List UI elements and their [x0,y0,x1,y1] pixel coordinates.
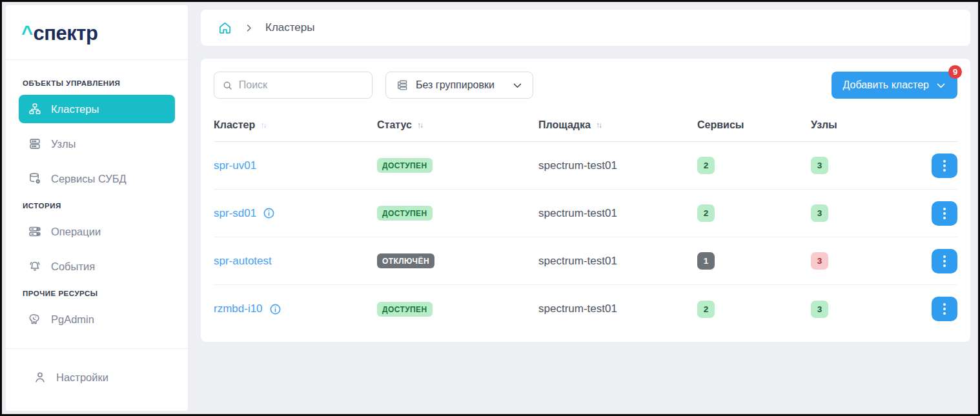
chevron-down-icon [512,80,523,91]
status-badge: ДОСТУПЕН [377,302,433,317]
section-title-other-resources: ПРОЧИЕ РЕСУРСЫ [23,290,171,297]
sort-icon[interactable]: ↑↓ [260,121,267,130]
services-count-badge: 2 [697,204,715,222]
sidebar: ^спектр ОБЪЕКТЫ УПРАВЛЕНИЯ Кластеры [6,5,188,411]
nodes-count-badge: 3 [811,204,828,222]
site-value: spectrum-test01 [538,159,617,172]
clusters-card: Без группировки Добавить кластер 9 [201,59,970,342]
add-cluster-button[interactable]: Добавить кластер 9 [832,72,957,99]
sidebar-item-label: Кластеры [51,103,99,115]
sidebar-item-label: Сервисы СУБД [51,173,127,185]
brand-name: спектр [34,22,98,45]
sidebar-item-nodes[interactable]: Узлы [19,130,175,158]
status-badge: ДОСТУПЕН [377,206,433,221]
sidebar-item-label: PgAdmin [51,313,94,326]
info-icon[interactable] [263,207,275,219]
notification-badge: 9 [948,65,962,79]
sidebar-footer: Настройки [6,349,188,411]
table-row: spr-autotest ОТКЛЮЧЁН spectrum-test01 1 … [214,237,957,285]
row-actions-button[interactable] [932,297,957,321]
kebab-icon [943,255,946,258]
sidebar-item-operations[interactable]: Операции [19,217,175,246]
sidebar-item-pgadmin[interactable]: PgAdmin [19,305,175,333]
grouping-selected-value: Без группировки [416,79,495,91]
nodes-count-badge: 3 [811,252,828,270]
breadcrumb-current-page: Кластеры [265,21,315,34]
events-icon [28,259,42,273]
sidebar-item-settings[interactable]: Настройки [19,363,175,391]
sidebar-item-label: Настройки [56,371,108,384]
table-row: spr-sd01 ДОСТУПЕН spectrum-test01 2 3 [214,190,957,237]
grouping-icon [396,79,409,92]
chevron-right-icon [244,23,254,33]
kebab-icon [943,303,946,306]
brand-logo: ^спектр [6,5,188,59]
site-value: spectrum-test01 [538,302,617,315]
nodes-count-badge: 3 [811,157,828,174]
sidebar-item-dbms-services[interactable]: Сервисы СУБД [19,164,175,193]
sidebar-item-label: Узлы [51,138,76,150]
sidebar-item-events[interactable]: События [19,252,175,281]
main-content: Кластеры [201,10,970,414]
cluster-link[interactable]: spr-uv01 [214,159,256,172]
services-count-badge: 2 [697,301,715,318]
status-badge: ОТКЛЮЧЁН [377,253,434,268]
cluster-link[interactable]: spr-sd01 [214,207,256,220]
status-badge: ДОСТУПЕН [377,158,433,173]
operations-icon [28,224,42,239]
add-cluster-label: Добавить кластер [842,79,929,91]
kebab-icon [943,208,946,210]
sort-icon[interactable]: ↑↓ [596,121,602,130]
sidebar-item-label: События [51,261,95,273]
services-count-badge: 1 [697,252,715,270]
services-count-badge: 2 [697,157,715,174]
search-input[interactable] [239,79,364,91]
column-header-nodes: Узлы [811,119,908,131]
brand-caret: ^ [21,22,33,45]
grouping-dropdown[interactable]: Без группировки [385,72,533,99]
home-icon[interactable] [218,21,232,35]
search-icon [222,79,233,92]
cluster-icon [28,102,42,116]
column-header-site[interactable]: Площадка ↑↓ [538,119,697,131]
db-services-icon [28,172,42,186]
row-actions-button[interactable] [932,154,957,178]
chevron-down-icon [935,80,946,91]
search-box [214,72,373,99]
cluster-link[interactable]: rzmbd-i10 [214,302,263,315]
row-actions-button[interactable] [932,201,957,226]
column-header-services: Сервисы [697,119,811,131]
app-window: ^спектр ОБЪЕКТЫ УПРАВЛЕНИЯ Кластеры [0,0,980,416]
column-header-status[interactable]: Статус ↑↓ [377,119,538,131]
kebab-icon [943,160,946,163]
sort-icon[interactable]: ↑↓ [417,121,424,130]
cluster-link[interactable]: spr-autotest [214,255,272,268]
table-row: spr-uv01 ДОСТУПЕН spectrum-test01 2 3 [214,142,957,190]
table-row: rzmbd-i10 ДОСТУПЕН spectrum-test01 2 3 [214,285,957,333]
sidebar-item-clusters[interactable]: Кластеры [19,95,175,123]
column-header-cluster[interactable]: Кластер ↑↓ [214,119,377,131]
table-header-row: Кластер ↑↓ Статус ↑↓ Площадка ↑↓ Сервисы [214,112,957,142]
sidebar-item-label: Операции [51,226,101,238]
nodes-icon [28,137,42,151]
toolbar: Без группировки Добавить кластер 9 [214,72,957,99]
section-title-management-objects: ОБЪЕКТЫ УПРАВЛЕНИЯ [23,79,171,87]
site-value: spectrum-test01 [538,207,617,219]
clusters-table: Кластер ↑↓ Статус ↑↓ Площадка ↑↓ Сервисы [214,112,957,333]
section-title-history: ИСТОРИЯ [23,202,171,210]
site-value: spectrum-test01 [538,255,617,267]
nodes-count-badge: 3 [811,301,828,318]
pgadmin-icon [28,312,42,326]
user-icon [33,370,47,384]
row-actions-button[interactable] [932,249,957,273]
info-icon[interactable] [269,303,281,315]
sidebar-nav: ОБЪЕКТЫ УПРАВЛЕНИЯ Кластеры Узлы [6,60,188,348]
breadcrumb: Кластеры [201,10,970,46]
